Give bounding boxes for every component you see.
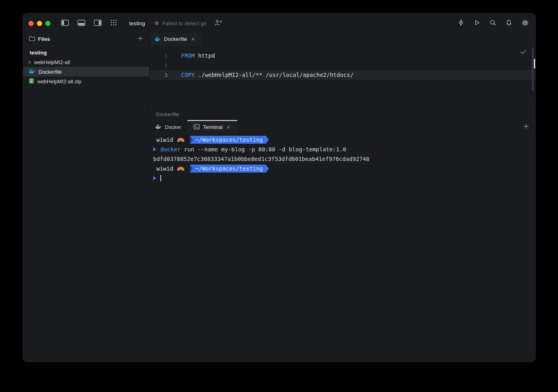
command-args: run --name my-blog -p 80:80 -d blog-temp… <box>184 146 346 153</box>
tab-label: Docker <box>165 124 181 130</box>
code-editor[interactable]: 1 FROMhttpd 2 3 COPY./webHelpMI2-all/** … <box>150 46 535 109</box>
code-text: ./webHelpMI2-all/** /usr/local/apache2/h… <box>198 72 354 78</box>
toggle-right-panel-button[interactable] <box>93 19 103 28</box>
tab-terminal[interactable]: Terminal <box>187 120 237 133</box>
docker-whale-icon <box>29 68 35 75</box>
git-status-label: Failed to detect git <box>162 20 206 26</box>
zip-file-icon <box>29 78 34 85</box>
tree-item-project-root[interactable]: testing <box>23 48 149 57</box>
close-window-button[interactable] <box>28 21 34 26</box>
file-tree: testing webHelpMI2-all Dockerfile <box>23 46 149 86</box>
close-icon <box>226 124 230 130</box>
workspace-switcher-button[interactable] <box>109 18 118 28</box>
tree-item-label: Dockerfile <box>38 69 62 75</box>
terminal-prompt-line: wiwid ~/Workspaces/testing <box>153 135 535 145</box>
breadcrumb-item[interactable]: Dockerfile <box>156 111 179 117</box>
close-tab-button[interactable] <box>190 35 196 43</box>
tab-dockerfile[interactable]: Dockerfile <box>150 33 201 45</box>
tab-label: Terminal <box>203 124 222 130</box>
container-id: bdfd0378852e7c36833347a1b0bbe8ed1c3f53df… <box>153 156 369 162</box>
add-file-button[interactable] <box>137 35 144 43</box>
terminal-cursor <box>160 175 161 181</box>
bottom-panel-icon <box>77 20 85 27</box>
powerline-arrow-icon <box>266 136 269 144</box>
quick-actions-button[interactable] <box>457 18 465 28</box>
new-terminal-tab-button[interactable] <box>522 123 530 131</box>
editor-line[interactable]: 1 FROMhttpd <box>150 51 535 60</box>
command-keyword: docker <box>160 146 181 153</box>
person-plus-icon <box>214 19 222 27</box>
tree-item-label: webHelpMI2-all <box>34 59 70 65</box>
left-panel-icon <box>61 20 69 27</box>
prompt-path: ~/Workspaces/testing <box>190 136 266 144</box>
prompt-path-segment: ~/Workspaces/testing <box>190 136 269 144</box>
terminal-user: wiwid <box>156 137 173 143</box>
files-sidebar: Files testing webHelpMI2-all <box>23 33 150 362</box>
zoom-window-button[interactable] <box>45 21 51 26</box>
search-button[interactable] <box>489 18 497 28</box>
grid-icon <box>110 19 117 27</box>
toggle-left-panel-button[interactable] <box>60 19 70 28</box>
prompt-arrow-icon <box>153 176 156 180</box>
notifications-button[interactable] <box>505 18 513 28</box>
line-number: 3 <box>150 72 174 78</box>
rainbow-emoji-icon <box>177 167 184 171</box>
traffic-lights <box>28 21 51 26</box>
tab-docker[interactable]: Docker <box>150 120 187 133</box>
project-name: testing <box>30 50 47 56</box>
collaborate-button[interactable] <box>214 18 223 28</box>
terminal-prompt-line: wiwid ~/Workspaces/testing <box>153 164 535 173</box>
editor-line[interactable]: 2 <box>150 60 535 70</box>
editor-tabbar: Dockerfile <box>150 33 535 46</box>
tab-label: Dockerfile <box>164 36 187 42</box>
terminal-output[interactable]: wiwid ~/Workspaces/testing dockerrun --n… <box>150 134 535 362</box>
git-status[interactable]: Failed to detect git <box>155 20 206 26</box>
prompt-path: ~/Workspaces/testing <box>190 165 266 173</box>
editor-line-current[interactable]: 3 COPY./webHelpMI2-all/** /usr/local/apa… <box>150 70 535 80</box>
minimize-window-button[interactable] <box>37 21 42 26</box>
terminal-user: wiwid <box>156 165 173 172</box>
toggle-bottom-panel-button[interactable] <box>77 19 86 28</box>
git-status-dot-icon <box>155 21 159 25</box>
tree-item-folder[interactable]: webHelpMI2-all <box>23 57 149 67</box>
inspection-check-icon[interactable] <box>520 49 526 56</box>
line-number: 2 <box>150 62 174 68</box>
terminal-input-line[interactable] <box>153 173 535 183</box>
app-window: testing Failed to detect git <box>23 13 536 362</box>
code-keyword: FROM <box>181 52 195 59</box>
right-panel-icon <box>94 20 102 27</box>
terminal-output-line: bdfd0378852e7c36833347a1b0bbe8ed1c3f53df… <box>153 154 535 164</box>
code-text: httpd <box>198 52 215 59</box>
line-number: 1 <box>150 53 174 59</box>
close-tab-button[interactable] <box>226 123 231 131</box>
powerline-notch-icon <box>190 165 193 173</box>
rainbow-emoji-icon <box>177 138 184 142</box>
docker-whale-icon <box>155 36 161 43</box>
close-icon <box>191 36 195 42</box>
docker-whale-icon <box>156 124 162 130</box>
run-button[interactable] <box>473 18 481 28</box>
plus-icon <box>137 36 143 42</box>
chevron-right-icon <box>28 59 31 65</box>
code-keyword: COPY <box>181 72 195 78</box>
play-icon <box>473 19 480 27</box>
content-area: Dockerfile 1 FROMhttpd 2 <box>150 33 535 362</box>
files-panel-header: Files <box>23 33 149 46</box>
powerline-arrow-icon <box>266 165 269 173</box>
titlebar: testing Failed to detect git <box>23 14 535 33</box>
prompt-arrow-icon <box>153 147 156 151</box>
lightning-icon <box>457 19 464 27</box>
workspace-name[interactable]: testing <box>129 20 145 26</box>
bottom-panel-tabbar: Docker Terminal <box>150 120 535 134</box>
editor-scrollbar-thumb[interactable] <box>534 59 535 68</box>
plus-icon <box>523 123 529 131</box>
gear-icon <box>522 19 529 28</box>
tree-item-dockerfile[interactable]: Dockerfile <box>23 67 149 76</box>
settings-button[interactable] <box>521 18 530 28</box>
tree-item-zip[interactable]: webHelpMI2-all.zip <box>23 76 149 86</box>
powerline-notch-icon <box>190 136 193 144</box>
terminal-icon <box>194 124 200 131</box>
terminal-command-line: dockerrun --name my-blog -p 80:80 -d blo… <box>153 145 535 154</box>
editor-scrollbar-track[interactable] <box>532 48 534 91</box>
breadcrumb[interactable]: Dockerfile <box>150 109 535 120</box>
